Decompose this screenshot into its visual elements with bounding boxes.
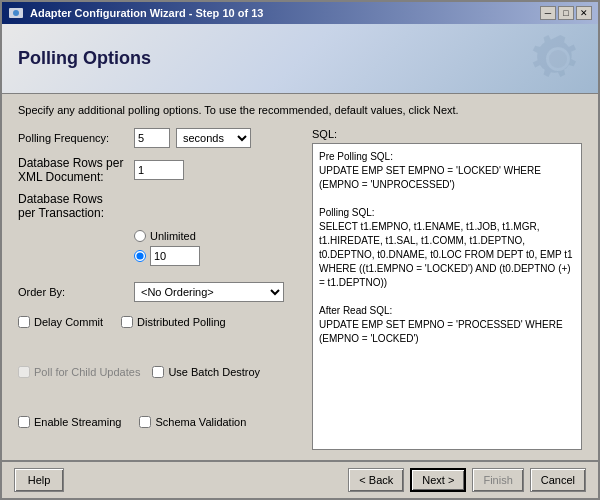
db-rows-xml-row: Database Rows per XML Document: [18, 156, 298, 184]
right-panel: SQL: Pre Polling SQL: UPDATE EMP SET EMP… [312, 128, 582, 450]
unlimited-radio-row: Unlimited [134, 230, 298, 242]
distributed-polling-checkbox[interactable] [121, 316, 133, 328]
left-panel: Polling Frequency: seconds minutes hours… [18, 128, 298, 450]
footer: Help < Back Next > Finish Cancel [2, 460, 598, 498]
content-area: Specify any additional polling options. … [2, 94, 598, 460]
maximize-button[interactable]: □ [558, 6, 574, 20]
order-by-label: Order By: [18, 286, 128, 298]
order-by-row: Order By: <No Ordering> [18, 282, 298, 302]
page-title: Polling Options [18, 48, 151, 69]
minimize-button[interactable]: ─ [540, 6, 556, 20]
title-bar: Adapter Configuration Wizard - Step 10 o… [2, 2, 598, 24]
order-by-select[interactable]: <No Ordering> [134, 282, 284, 302]
use-batch-destroy-label: Use Batch Destroy [168, 366, 260, 378]
polling-frequency-row: Polling Frequency: seconds minutes hours [18, 128, 298, 148]
use-batch-destroy-checkbox[interactable] [152, 366, 164, 378]
footer-left: Help [14, 468, 64, 492]
polling-frequency-input[interactable] [134, 128, 170, 148]
title-bar-controls: ─ □ ✕ [540, 6, 592, 20]
sql-content: Pre Polling SQL: UPDATE EMP SET EMPNO = … [312, 143, 582, 450]
distributed-polling-label: Distributed Polling [137, 316, 226, 328]
poll-child-row: Poll for Child Updates Use Batch Destroy [18, 366, 298, 378]
db-rows-trans-label-row: Database Rows per Transaction: [18, 192, 298, 220]
description-text: Specify any additional polling options. … [18, 104, 582, 116]
unlimited-label: Unlimited [150, 230, 196, 242]
db-rows-trans-label-1: Database Rows [18, 192, 128, 206]
db-rows-xml-input[interactable] [134, 160, 184, 180]
poll-child-updates-checkbox [18, 366, 30, 378]
rows-per-transaction-group: Unlimited [134, 230, 298, 266]
svg-point-2 [549, 50, 567, 68]
db-rows-trans-label-2: per Transaction: [18, 206, 128, 220]
cancel-button[interactable]: Cancel [530, 468, 586, 492]
wizard-icon [8, 5, 24, 21]
title-bar-text: Adapter Configuration Wizard - Step 10 o… [30, 7, 263, 19]
poll-child-updates-label: Poll for Child Updates [34, 366, 140, 378]
unlimited-radio[interactable] [134, 230, 146, 242]
main-layout: Polling Frequency: seconds minutes hours… [18, 128, 582, 450]
polling-frequency-unit-select[interactable]: seconds minutes hours [176, 128, 251, 148]
delay-commit-label: Delay Commit [34, 316, 103, 328]
delay-commit-row: Delay Commit Distributed Polling [18, 316, 298, 328]
enable-streaming-checkbox[interactable] [18, 416, 30, 428]
wizard-window: Adapter Configuration Wizard - Step 10 o… [0, 0, 600, 500]
sql-label: SQL: [312, 128, 582, 140]
polling-frequency-label: Polling Frequency: [18, 132, 128, 144]
rows-value-radio-row [134, 246, 298, 266]
rows-value-radio[interactable] [134, 250, 146, 262]
delay-commit-checkbox[interactable] [18, 316, 30, 328]
db-rows-xml-label-2: XML Document: [18, 170, 128, 184]
db-rows-xml-label-1: Database Rows per [18, 156, 128, 170]
finish-button: Finish [472, 468, 523, 492]
svg-point-1 [13, 10, 19, 16]
schema-validation-label: Schema Validation [155, 416, 246, 428]
enable-streaming-label: Enable Streaming [34, 416, 121, 428]
back-button[interactable]: < Back [348, 468, 404, 492]
gear-decoration [528, 29, 588, 92]
next-button[interactable]: Next > [410, 468, 466, 492]
enable-streaming-row: Enable Streaming Schema Validation [18, 416, 298, 428]
close-button[interactable]: ✕ [576, 6, 592, 20]
rows-value-input[interactable] [150, 246, 200, 266]
help-button[interactable]: Help [14, 468, 64, 492]
footer-right: < Back Next > Finish Cancel [348, 468, 586, 492]
schema-validation-checkbox[interactable] [139, 416, 151, 428]
header-area: Polling Options [2, 24, 598, 94]
